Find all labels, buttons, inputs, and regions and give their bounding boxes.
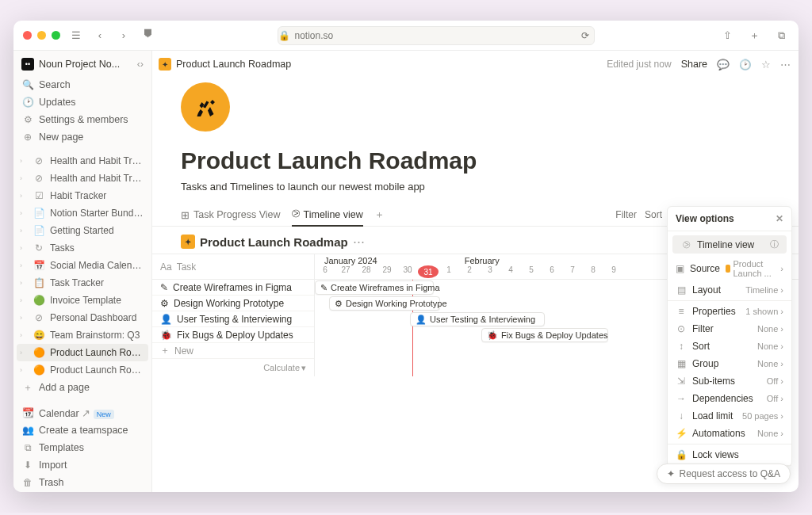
task-type-icon: 🐞 xyxy=(487,330,498,341)
option-filter[interactable]: ⊙FilterNone › xyxy=(668,320,791,338)
sidebar-page[interactable]: ›⊘Personal Dashboard xyxy=(17,309,148,326)
option-automations[interactable]: ⚡AutomationsNone › xyxy=(668,425,791,442)
new-row-button[interactable]: ＋ New xyxy=(152,343,314,359)
add-view-icon[interactable]: ＋ xyxy=(374,208,385,222)
filter-button[interactable]: Filter xyxy=(615,209,637,220)
workspace-name: Noun Project No... xyxy=(39,59,132,70)
timeline-bar[interactable]: 👤User Testing & Interviewing xyxy=(410,312,545,326)
more-icon[interactable]: ⋯ xyxy=(780,59,791,71)
day-cell: 9 xyxy=(603,265,624,279)
page-hero-icon[interactable] xyxy=(181,82,230,132)
caret-icon[interactable]: › xyxy=(20,174,28,182)
comments-icon[interactable]: 💬 xyxy=(717,59,730,71)
breadcrumb[interactable]: ✦ Product Launch Roadmap xyxy=(159,58,291,71)
sidebar-templates[interactable]: ⧉Templates xyxy=(17,439,148,456)
updates-icon[interactable]: 🕑 xyxy=(739,59,752,71)
caret-icon[interactable]: › xyxy=(20,209,28,217)
share-button[interactable]: Share xyxy=(681,59,707,70)
option-dependencies[interactable]: →DependenciesOff › xyxy=(668,390,791,407)
task-type-icon: 👤 xyxy=(416,315,427,325)
page-subtitle[interactable]: Tasks and Timelines to launch our newest… xyxy=(181,181,770,193)
caret-icon[interactable]: › xyxy=(20,261,28,269)
timeline-bar[interactable]: ✎Create Wireframes in Figma xyxy=(315,280,434,295)
day-cell: 28 xyxy=(356,265,377,279)
caret-icon[interactable]: › xyxy=(20,349,28,357)
option-properties[interactable]: ≡Properties1 shown › xyxy=(668,303,791,320)
sidebar-page[interactable]: ›⊘Health and Habit Tracker xyxy=(17,152,148,170)
option-load-limit[interactable]: ↓Load limit50 pages › xyxy=(668,407,791,425)
minimize-icon[interactable] xyxy=(37,31,46,40)
sidebar-page[interactable]: ›🟠Product Launch Roadmap xyxy=(17,361,148,379)
shield-icon[interactable]: ⛊ xyxy=(140,26,155,42)
day-cell: 2 xyxy=(459,265,480,279)
sort-button[interactable]: Sort xyxy=(645,209,662,220)
new-tab-icon[interactable]: ＋ xyxy=(746,28,762,44)
caret-icon[interactable]: › xyxy=(20,366,28,374)
view-name-input[interactable]: ⧁ Timeline view ⓘ xyxy=(672,235,787,254)
close-icon[interactable] xyxy=(23,31,32,40)
task-row[interactable]: ✎Create Wireframes in Figma xyxy=(152,280,314,296)
close-icon[interactable]: ✕ xyxy=(776,213,783,224)
qa-request-button[interactable]: ✦ Request access to Q&A xyxy=(657,464,791,484)
caret-icon[interactable]: › xyxy=(20,331,28,339)
caret-icon[interactable]: › xyxy=(20,279,28,287)
nav-search[interactable]: 🔍Search xyxy=(17,76,148,93)
maximize-icon[interactable] xyxy=(52,31,60,40)
forward-button[interactable]: › xyxy=(116,28,132,44)
timeline-bar[interactable]: ⚙Design Working Prototype xyxy=(329,296,440,311)
day-cell: 29 xyxy=(377,265,397,279)
back-button[interactable]: ‹ xyxy=(92,28,108,44)
sidebar-page[interactable]: ›↻Tasks xyxy=(17,239,148,257)
option-group[interactable]: ▦GroupNone › xyxy=(668,355,791,372)
plus-icon: ＋ xyxy=(160,344,170,357)
nav-settings-members[interactable]: ⚙Settings & members xyxy=(17,111,148,128)
caret-icon[interactable]: › xyxy=(20,157,28,165)
sidebar-page[interactable]: ›📅Social Media Calendar xyxy=(17,257,148,274)
nav-new-page[interactable]: ⊕New page xyxy=(17,128,148,146)
option-sub-items[interactable]: ⇲Sub-itemsOff › xyxy=(668,372,791,390)
calculate-button[interactable]: Calculate▾ xyxy=(152,359,314,376)
sidebar-import[interactable]: ⬇Import xyxy=(17,456,148,474)
page-title[interactable]: Product Launch Roadmap xyxy=(181,147,770,174)
option-sort[interactable]: ↕SortNone › xyxy=(668,338,791,355)
sidebar-page[interactable]: ›🟢Invoice Template xyxy=(17,292,148,309)
tabs-icon[interactable]: ⧉ xyxy=(773,28,789,44)
reload-icon[interactable]: ⟳ xyxy=(581,30,589,41)
caret-icon[interactable]: › xyxy=(20,296,28,304)
address-bar[interactable]: 🔒 notion.so ⟳ xyxy=(278,26,595,45)
layout-row[interactable]: ▤ Layout Timeline› xyxy=(668,281,791,299)
sidebar-page[interactable]: ›☑Habit Tracker xyxy=(17,187,148,204)
lock-icon: 🔒 xyxy=(676,449,687,460)
sidebar-page[interactable]: ›📄Notion Starter Bundle - ... xyxy=(17,204,148,222)
sidebar-trash[interactable]: 🗑Trash xyxy=(17,474,148,491)
tab-timeline-view[interactable]: ⧁Timeline view xyxy=(292,204,363,227)
task-type-icon: ⚙ xyxy=(335,299,343,309)
db-more-icon[interactable]: ⋯ xyxy=(353,235,365,249)
source-row[interactable]: ▣ Source Product Launch ...› xyxy=(668,256,791,281)
today-marker: 31 xyxy=(418,265,439,278)
sidebar-calendar[interactable]: 📆Calendar ↗ New xyxy=(17,404,148,422)
tab-task-progress-view[interactable]: ⊞Task Progress View xyxy=(181,204,281,226)
timeline-bar[interactable]: 🐞Fix Bugs & Deploy Updates xyxy=(481,328,608,342)
sidebar-page[interactable]: ›📋Task Tracker xyxy=(17,274,148,292)
task-row[interactable]: ⚙Design Working Prototype xyxy=(152,296,314,311)
sidebar-page[interactable]: ›📄Getting Started xyxy=(17,222,148,239)
sidebar-create-a-teamspace[interactable]: 👥Create a teamspace xyxy=(17,422,148,439)
add-page-button[interactable]: ＋ Add a page xyxy=(17,379,148,396)
sidebar-page[interactable]: ›🟠Product Launch Roadm... xyxy=(17,344,148,361)
share-icon[interactable]: ⇧ xyxy=(719,28,735,44)
caret-icon[interactable]: › xyxy=(20,314,28,322)
caret-icon[interactable]: › xyxy=(20,192,28,200)
caret-icon[interactable]: › xyxy=(20,227,28,235)
task-row[interactable]: 👤User Testing & Interviewing xyxy=(152,311,314,327)
nav-updates[interactable]: 🕑Updates xyxy=(17,93,148,111)
task-column-header[interactable]: Task xyxy=(177,261,197,273)
caret-icon[interactable]: › xyxy=(20,244,28,252)
favorite-icon[interactable]: ☆ xyxy=(761,59,771,71)
workspace-switcher[interactable]: •• Noun Project No... ‹› xyxy=(17,55,148,73)
sidebar-page[interactable]: ›😄Team Brainstorm: Q3 xyxy=(17,326,148,344)
task-row[interactable]: 🐞Fix Bugs & Deploy Updates xyxy=(152,327,314,343)
sidebar-toggle-icon[interactable]: ☰ xyxy=(68,28,84,44)
sidebar-page[interactable]: ›⊘Health and Habit Tracker xyxy=(17,170,148,187)
lock-views-row[interactable]: 🔒 Lock views xyxy=(668,446,791,464)
